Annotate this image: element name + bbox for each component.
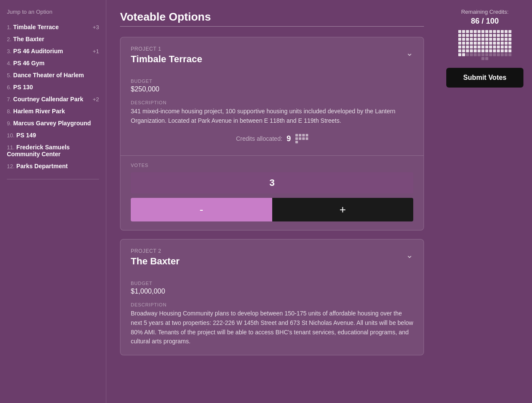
credit-dot (481, 42, 484, 45)
credit-dot (458, 53, 461, 56)
credit-dot (478, 49, 481, 52)
credit-dot (478, 53, 481, 56)
credit-dot (489, 30, 492, 33)
credit-dot (497, 49, 500, 52)
credit-dot (478, 34, 481, 37)
credit-dot (489, 45, 492, 48)
credit-dot (458, 38, 461, 41)
credit-dot (489, 34, 492, 37)
credit-dot (497, 53, 500, 56)
credit-dot (466, 49, 469, 52)
credit-dot (493, 49, 496, 52)
description-label-2: DESCRIPTION (131, 302, 413, 307)
credit-dot (493, 42, 496, 45)
credit-dot (481, 34, 484, 37)
credit-dot (470, 34, 473, 37)
sidebar-list-item[interactable]: 11.Frederick Samuels Community Center (7, 141, 99, 160)
credit-dot (478, 42, 481, 45)
vote-plus-button-1[interactable]: + (272, 198, 414, 221)
credit-dot (474, 45, 477, 48)
budget-value-1: $250,000 (131, 85, 413, 93)
credit-dot (470, 53, 473, 56)
chevron-down-icon-2: ⌄ (406, 250, 413, 260)
credit-dot (489, 38, 492, 41)
credit-dot (481, 57, 484, 60)
credit-dot (462, 49, 465, 52)
credit-dot (462, 30, 465, 33)
credit-dot (501, 49, 504, 52)
credit-dot (489, 53, 492, 56)
credit-dot (501, 45, 504, 48)
credit-dot (462, 38, 465, 41)
credit-dot (485, 30, 488, 33)
credit-dot (458, 45, 461, 48)
credit-dot (485, 38, 488, 41)
credit-dot (481, 38, 484, 41)
sidebar-list-item[interactable]: 7.Courtney Callendar Park+2 (7, 93, 99, 105)
credits-dot-grid (457, 30, 513, 60)
credit-dot (474, 30, 477, 33)
credit-dot (505, 45, 508, 48)
sidebar-list-item[interactable]: 3.PS 46 Auditorium+1 (7, 45, 99, 57)
credit-dot (493, 53, 496, 56)
sidebar-divider (7, 179, 99, 179)
credit-dot (505, 42, 508, 45)
credits-allocated-row: Credits allocated: 9 (131, 134, 413, 143)
sidebar-list-item[interactable]: 4.PS 46 Gym (7, 57, 99, 69)
sidebar-list-item[interactable]: 9.Marcus Garvey Playground (7, 117, 99, 129)
credit-dot (462, 45, 465, 48)
credit-dot (501, 34, 504, 37)
credit-dot (458, 49, 461, 52)
project-2-header[interactable]: PROJECT 2 The Baxter ⌄ (120, 239, 424, 274)
sidebar-list-item[interactable]: 12.Parks Department (7, 160, 99, 172)
credit-dot (501, 38, 504, 41)
credit-dot (462, 34, 465, 37)
credit-dot (485, 49, 488, 52)
sidebar-list-item[interactable]: 1.Timbale Terrace+3 (7, 21, 99, 33)
credit-dot (508, 34, 511, 37)
credit-dot (462, 42, 465, 45)
project-2-name: The Baxter (131, 256, 180, 267)
sidebar-list-item[interactable]: 6.PS 130 (7, 81, 99, 93)
credit-dot (508, 49, 511, 52)
credit-dot (466, 42, 469, 45)
project-1-header[interactable]: PROJECT 1 Timbale Terrace ⌄ (120, 37, 424, 72)
vote-minus-button-1[interactable]: - (131, 198, 272, 221)
credit-dot (501, 42, 504, 45)
credit-dot (501, 30, 504, 33)
credit-dot (478, 30, 481, 33)
credit-dot (462, 53, 465, 56)
credit-dot (485, 45, 488, 48)
votes-buttons-1: - + (131, 198, 413, 221)
project-1-name: Timbale Terrace (131, 54, 202, 65)
credit-dot (485, 57, 488, 60)
credit-dot (481, 30, 484, 33)
credit-dot (474, 53, 477, 56)
votes-display-1: 3 (131, 172, 413, 194)
sidebar-list-item[interactable]: 10.PS 149 (7, 129, 99, 141)
sidebar-list-item[interactable]: 2.The Baxter (7, 33, 99, 45)
credit-dot (497, 42, 500, 45)
sidebar-list-item[interactable]: 5.Dance Theater of Harlem (7, 69, 99, 81)
credits-allocated-label: Credits allocated: (236, 135, 282, 142)
budget-value-2: $1,000,000 (131, 288, 413, 295)
credit-dot (497, 38, 500, 41)
credit-dot (508, 45, 511, 48)
sidebar-list-item[interactable]: 8.Harlem River Park (7, 105, 99, 117)
budget-label-2: BUDGET (131, 281, 413, 286)
credit-dot (505, 38, 508, 41)
credit-dot (478, 38, 481, 41)
chevron-down-icon-1: ⌄ (406, 48, 413, 58)
credit-dot (493, 34, 496, 37)
right-panel: Remaining Credits: 86 / 100 Submit Votes (438, 0, 532, 403)
credit-dot (485, 53, 488, 56)
credit-dot (474, 49, 477, 52)
credit-dot (470, 38, 473, 41)
credit-dot (505, 49, 508, 52)
credit-dot (505, 34, 508, 37)
submit-votes-button[interactable]: Submit Votes (446, 68, 523, 88)
credit-dot (497, 45, 500, 48)
credit-dot (474, 38, 477, 41)
credit-dot (489, 49, 492, 52)
main-content: Voteable Options PROJECT 1 Timbale Terra… (106, 0, 438, 403)
